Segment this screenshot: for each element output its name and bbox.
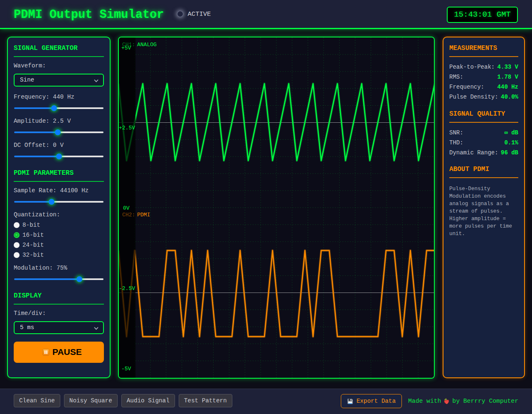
svg-text:0V: 0V [123, 205, 130, 211]
svg-text:PDMI: PDMI [137, 212, 150, 218]
svg-text:+5V: +5V [121, 45, 131, 51]
svg-text:-5V: -5V [121, 366, 131, 372]
svg-text:+2.5V: +2.5V [119, 125, 135, 131]
svg-text:CH2:: CH2: [122, 212, 135, 218]
svg-text:ANALOG: ANALOG [137, 42, 157, 48]
svg-text:-2.5V: -2.5V [119, 285, 135, 292]
